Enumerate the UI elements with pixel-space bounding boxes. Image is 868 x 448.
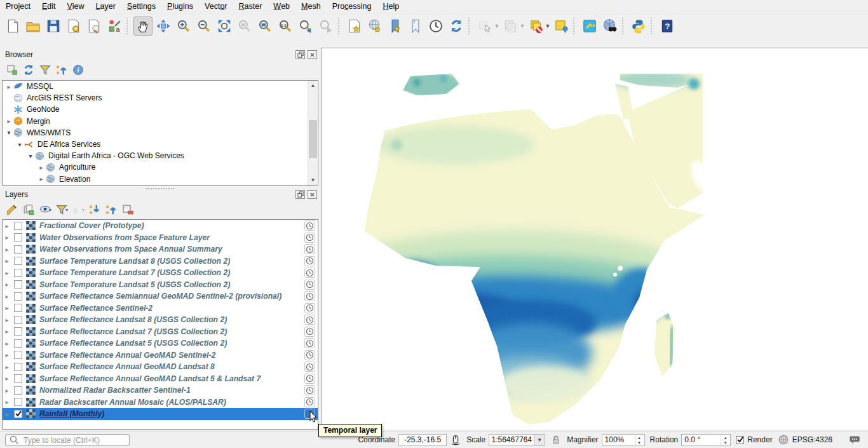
temporal-layer-indicator[interactable] [304, 268, 315, 278]
layer-row-surface-temperature-landsat-8-usgs-collection-2-[interactable]: ▸Surface Temperature Landsat 8 (USGS Col… [3, 255, 318, 268]
scrollbar-thumb[interactable] [309, 120, 317, 158]
layer-row-rainfall-monthly-[interactable]: ▸Rainfall (Monthly) [3, 408, 318, 420]
pan-map-button[interactable] [133, 17, 153, 36]
browser-item-geonode[interactable]: GeoNode [3, 104, 318, 115]
menu-project[interactable]: Project [0, 0, 36, 13]
layout-manager-button[interactable] [85, 17, 104, 36]
layer-row-surface-reflectance-semiannual-geomad-sentinel-2-provisional-[interactable]: ▸Surface Reflectance Semiannual GeoMAD S… [3, 290, 318, 302]
menu-view[interactable]: View [61, 0, 90, 13]
layer-row-surface-reflectance-annual-geomad-landsat-5-landsat-7[interactable]: ▸Surface Reflectance Annual GeoMAD Lands… [3, 373, 318, 385]
temporal-layer-indicator[interactable] [304, 315, 315, 325]
layer-styling-button[interactable] [4, 202, 20, 217]
zoom-out-button[interactable] [194, 17, 214, 36]
add-selected-layers-button[interactable] [4, 62, 20, 78]
layer-visibility-checkbox[interactable] [14, 280, 22, 288]
tree-expander-icon[interactable]: ▸ [5, 118, 13, 125]
layer-row-water-observations-from-space-feature-layer[interactable]: ▸Water Observations from Space Feature L… [3, 232, 318, 244]
new-3d-map-view-button[interactable] [365, 17, 384, 36]
layer-expander-icon[interactable]: ▸ [3, 363, 11, 370]
layer-visibility-checkbox[interactable] [14, 269, 22, 277]
menu-edit[interactable]: Edit [36, 0, 62, 13]
temporal-layer-indicator[interactable] [304, 385, 315, 395]
plugin-tool-button[interactable] [580, 17, 599, 36]
layer-visibility-checkbox[interactable] [14, 233, 22, 241]
browser-item-mssql[interactable]: ▸MSSQL [3, 81, 318, 92]
messages-icon[interactable] [849, 434, 860, 445]
layer-visibility-checkbox[interactable] [14, 363, 22, 371]
browser-float-button[interactable] [295, 50, 305, 59]
zoom-in-button[interactable] [174, 17, 193, 36]
layer-row-surface-reflectance-annual-geomad-sentinel-2[interactable]: ▸Surface Reflectance Annual GeoMAD Senti… [3, 350, 318, 362]
deselect-all-layers-button[interactable] [526, 17, 545, 36]
expand-all-button[interactable] [86, 202, 103, 217]
browser-item-wms-wmts[interactable]: ▾WMS/WMTS [3, 127, 318, 139]
layers-float-button[interactable] [295, 190, 305, 199]
pan-to-selection-button[interactable] [154, 17, 173, 36]
layer-expander-icon[interactable]: ▸ [3, 293, 11, 300]
tree-expander-icon[interactable]: ▸ [37, 175, 45, 182]
filter-legend-button[interactable]: ▾ [53, 202, 70, 217]
layer-visibility-checkbox[interactable] [14, 292, 22, 301]
rotation-spinbox[interactable]: 0.0 ° ▲▼ [681, 434, 731, 446]
layer-row-surface-temperature-landsat-5-usgs-collection-2-[interactable]: ▸Surface Temperature Landsat 5 (USGS Col… [3, 279, 318, 291]
menu-plugins[interactable]: Plugins [161, 0, 199, 13]
python-console-button[interactable] [629, 17, 648, 36]
menu-layer[interactable]: Layer [90, 0, 121, 13]
temporal-layer-indicator[interactable] [304, 338, 315, 348]
scale-input[interactable]: 1:56467764 [489, 434, 534, 446]
layer-row-surface-reflectance-landsat-5-usgs-collection-2-[interactable]: ▸Surface Reflectance Landsat 5 (USGS Col… [3, 337, 318, 350]
temporal-controller-button[interactable] [426, 17, 445, 36]
layer-visibility-checkbox[interactable] [14, 339, 22, 348]
toggle-extents-icon[interactable] [450, 434, 461, 445]
temporal-layer-indicator[interactable] [304, 374, 315, 384]
new-spatial-bookmark-button[interactable] [386, 17, 405, 36]
browser-item-arcgis-rest-servers[interactable]: ArcGIS REST Servers [3, 92, 318, 104]
zoom-native-button[interactable]: 1:1 [276, 17, 295, 36]
layer-expander-icon[interactable]: ▸ [3, 387, 11, 394]
tree-expander-icon[interactable]: ▸ [5, 83, 13, 90]
browser-item-digital-earth-africa-ogc-web-services[interactable]: ▾Digital Earth Africa - OGC Web Services [3, 150, 318, 161]
remove-layer-button[interactable] [119, 202, 136, 217]
save-project-button[interactable] [44, 17, 63, 36]
temporal-layer-indicator[interactable] [304, 362, 315, 372]
browser-item-elevation[interactable]: ▸Elevation [3, 173, 318, 185]
new-project-button[interactable] [3, 17, 22, 36]
layer-expander-icon[interactable]: ▸ [3, 328, 11, 335]
tree-expander-icon[interactable]: ▾ [27, 153, 34, 160]
layer-expander-icon[interactable]: ▸ [3, 281, 11, 288]
scroll-down-icon[interactable]: ▼ [308, 175, 318, 185]
layer-visibility-checkbox[interactable] [14, 386, 22, 395]
layer-row-surface-reflectance-landsat-7-usgs-collection-2-[interactable]: ▸Surface Reflectance Landsat 7 (USGS Col… [3, 326, 318, 338]
collapse-all-layers-button[interactable] [103, 202, 119, 217]
tree-expander-icon[interactable]: ▾ [16, 141, 24, 148]
layer-expander-icon[interactable]: ▸ [3, 246, 11, 253]
lock-scale-icon[interactable] [550, 434, 562, 445]
render-checkbox[interactable] [736, 436, 744, 444]
panel-splitter[interactable] [146, 188, 174, 191]
layer-visibility-checkbox[interactable] [14, 245, 22, 254]
layer-expander-icon[interactable]: ▸ [3, 316, 11, 323]
properties-widget-button[interactable]: i [70, 62, 86, 78]
collapse-all-button[interactable] [53, 62, 70, 78]
temporal-layer-indicator[interactable] [304, 233, 315, 243]
layer-row-water-observations-from-space-annual-summary[interactable]: ▸Water Observations from Space Annual Su… [3, 243, 318, 255]
tree-expander-icon[interactable]: ▸ [37, 164, 45, 171]
zoom-last-button[interactable] [296, 17, 315, 36]
browser-item-de-africa-services[interactable]: ▾DE Africa Services [3, 139, 318, 150]
temporal-layer-indicator[interactable] [304, 256, 315, 266]
layer-visibility-checkbox[interactable] [14, 316, 22, 324]
layer-row-surface-reflectance-annual-geomad-landsat-8[interactable]: ▸Surface Reflectance Annual GeoMAD Lands… [3, 361, 318, 373]
layer-expander-icon[interactable]: ▸ [3, 222, 11, 229]
temporal-layer-indicator[interactable] [304, 350, 315, 360]
layer-expander-icon[interactable]: ▸ [3, 398, 11, 405]
layer-visibility-checkbox[interactable] [14, 374, 22, 383]
layer-expander-icon[interactable]: ▸ [3, 340, 11, 347]
show-spatial-bookmarks-button[interactable] [406, 17, 425, 36]
new-map-view-button[interactable] [345, 17, 364, 36]
layer-expander-icon[interactable]: ▸ [3, 257, 11, 264]
crs-status[interactable]: EPSG:4326 [792, 435, 832, 444]
temporal-layer-indicator[interactable] [304, 303, 315, 313]
layer-row-radar-backscatter-annual-mosaic-alos-palsar-[interactable]: ▸Radar Backscatter Annual Mosaic (ALOS/P… [3, 397, 318, 409]
magnifier-spinbox[interactable]: 100% ▲▼ [602, 434, 645, 446]
refresh-button[interactable] [20, 62, 37, 78]
